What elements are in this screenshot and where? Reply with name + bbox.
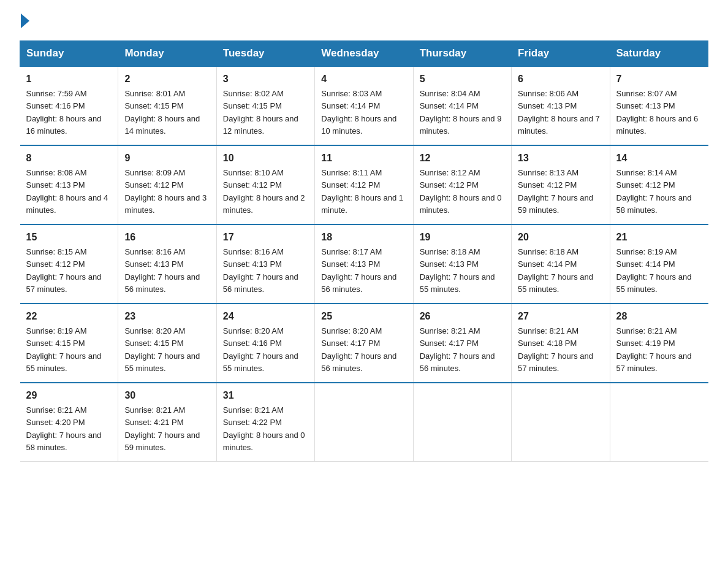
day-info: Sunrise: 8:07 AMSunset: 4:13 PMDaylight:… <box>616 89 699 136</box>
day-number: 11 <box>321 151 406 166</box>
calendar-cell <box>315 383 413 462</box>
day-number: 18 <box>321 230 406 245</box>
header-saturday: Saturday <box>610 41 708 67</box>
day-info: Sunrise: 8:21 AMSunset: 4:18 PMDaylight:… <box>518 326 593 373</box>
calendar-cell: 17 Sunrise: 8:16 AMSunset: 4:13 PMDaylig… <box>216 224 314 304</box>
calendar-cell: 24 Sunrise: 8:20 AMSunset: 4:16 PMDaylig… <box>216 304 314 383</box>
day-number: 22 <box>26 309 112 324</box>
calendar-cell: 26 Sunrise: 8:21 AMSunset: 4:17 PMDaylig… <box>413 304 511 383</box>
calendar-week-row: 22 Sunrise: 8:19 AMSunset: 4:15 PMDaylig… <box>20 304 708 383</box>
calendar-header-row: SundayMondayTuesdayWednesdayThursdayFrid… <box>20 41 708 67</box>
day-number: 23 <box>124 309 210 324</box>
calendar-cell: 7 Sunrise: 8:07 AMSunset: 4:13 PMDayligh… <box>610 66 708 145</box>
day-info: Sunrise: 8:20 AMSunset: 4:17 PMDaylight:… <box>321 326 396 373</box>
day-info: Sunrise: 8:14 AMSunset: 4:12 PMDaylight:… <box>616 168 692 215</box>
day-number: 20 <box>518 230 603 245</box>
day-number: 8 <box>26 151 112 166</box>
calendar-table: SundayMondayTuesdayWednesdayThursdayFrid… <box>20 40 708 462</box>
day-number: 25 <box>321 309 406 324</box>
day-info: Sunrise: 8:16 AMSunset: 4:13 PMDaylight:… <box>124 247 200 294</box>
calendar-cell: 18 Sunrise: 8:17 AMSunset: 4:13 PMDaylig… <box>315 224 413 304</box>
calendar-cell: 29 Sunrise: 8:21 AMSunset: 4:20 PMDaylig… <box>20 383 118 462</box>
calendar-week-row: 1 Sunrise: 7:59 AMSunset: 4:16 PMDayligh… <box>20 66 708 145</box>
calendar-cell <box>413 383 511 462</box>
day-info: Sunrise: 8:01 AMSunset: 4:15 PMDaylight:… <box>124 89 200 136</box>
header-sunday: Sunday <box>20 41 118 67</box>
calendar-cell: 31 Sunrise: 8:21 AMSunset: 4:22 PMDaylig… <box>216 383 314 462</box>
header-thursday: Thursday <box>413 41 511 67</box>
day-number: 24 <box>223 309 308 324</box>
day-info: Sunrise: 8:20 AMSunset: 4:16 PMDaylight:… <box>223 326 298 373</box>
day-number: 3 <box>223 72 308 86</box>
day-number: 21 <box>616 230 702 245</box>
calendar-cell: 16 Sunrise: 8:16 AMSunset: 4:13 PMDaylig… <box>118 224 216 304</box>
day-info: Sunrise: 8:03 AMSunset: 4:14 PMDaylight:… <box>321 89 396 136</box>
day-number: 14 <box>616 151 702 166</box>
logo <box>20 15 29 28</box>
day-number: 1 <box>26 72 112 86</box>
day-info: Sunrise: 8:04 AMSunset: 4:14 PMDaylight:… <box>420 89 502 136</box>
day-number: 4 <box>321 72 406 86</box>
day-number: 28 <box>616 309 702 324</box>
calendar-cell: 12 Sunrise: 8:12 AMSunset: 4:12 PMDaylig… <box>413 145 511 224</box>
calendar-cell: 23 Sunrise: 8:20 AMSunset: 4:15 PMDaylig… <box>118 304 216 383</box>
day-info: Sunrise: 8:21 AMSunset: 4:21 PMDaylight:… <box>124 405 200 452</box>
calendar-cell: 8 Sunrise: 8:08 AMSunset: 4:13 PMDayligh… <box>20 145 118 224</box>
day-info: Sunrise: 8:21 AMSunset: 4:22 PMDaylight:… <box>223 405 305 452</box>
calendar-cell: 22 Sunrise: 8:19 AMSunset: 4:15 PMDaylig… <box>20 304 118 383</box>
day-number: 30 <box>124 388 210 403</box>
day-info: Sunrise: 8:08 AMSunset: 4:13 PMDaylight:… <box>26 168 108 215</box>
header-wednesday: Wednesday <box>315 41 413 67</box>
day-number: 17 <box>223 230 308 245</box>
day-info: Sunrise: 8:15 AMSunset: 4:12 PMDaylight:… <box>26 247 102 294</box>
day-number: 12 <box>420 151 505 166</box>
day-number: 7 <box>616 72 702 86</box>
day-number: 5 <box>420 72 505 86</box>
calendar-cell <box>512 383 610 462</box>
calendar-cell: 14 Sunrise: 8:14 AMSunset: 4:12 PMDaylig… <box>610 145 708 224</box>
calendar-cell: 19 Sunrise: 8:18 AMSunset: 4:13 PMDaylig… <box>413 224 511 304</box>
day-number: 16 <box>124 230 210 245</box>
calendar-cell: 21 Sunrise: 8:19 AMSunset: 4:14 PMDaylig… <box>610 224 708 304</box>
calendar-cell: 27 Sunrise: 8:21 AMSunset: 4:18 PMDaylig… <box>512 304 610 383</box>
calendar-cell: 28 Sunrise: 8:21 AMSunset: 4:19 PMDaylig… <box>610 304 708 383</box>
day-info: Sunrise: 8:11 AMSunset: 4:12 PMDaylight:… <box>321 168 403 215</box>
header-tuesday: Tuesday <box>216 41 314 67</box>
day-number: 6 <box>518 72 603 86</box>
day-info: Sunrise: 8:21 AMSunset: 4:19 PMDaylight:… <box>616 326 692 373</box>
calendar-week-row: 15 Sunrise: 8:15 AMSunset: 4:12 PMDaylig… <box>20 224 708 304</box>
day-info: Sunrise: 8:12 AMSunset: 4:12 PMDaylight:… <box>420 168 502 215</box>
calendar-cell: 2 Sunrise: 8:01 AMSunset: 4:15 PMDayligh… <box>118 66 216 145</box>
calendar-cell: 3 Sunrise: 8:02 AMSunset: 4:15 PMDayligh… <box>216 66 314 145</box>
calendar-cell: 10 Sunrise: 8:10 AMSunset: 4:12 PMDaylig… <box>216 145 314 224</box>
day-number: 2 <box>124 72 210 86</box>
day-info: Sunrise: 8:19 AMSunset: 4:14 PMDaylight:… <box>616 247 692 294</box>
day-info: Sunrise: 8:21 AMSunset: 4:17 PMDaylight:… <box>420 326 495 373</box>
day-number: 13 <box>518 151 603 166</box>
day-info: Sunrise: 8:10 AMSunset: 4:12 PMDaylight:… <box>223 168 305 215</box>
day-info: Sunrise: 8:19 AMSunset: 4:15 PMDaylight:… <box>26 326 102 373</box>
day-number: 29 <box>26 388 112 403</box>
calendar-cell: 1 Sunrise: 7:59 AMSunset: 4:16 PMDayligh… <box>20 66 118 145</box>
day-info: Sunrise: 8:16 AMSunset: 4:13 PMDaylight:… <box>223 247 298 294</box>
day-number: 15 <box>26 230 112 245</box>
day-number: 26 <box>420 309 505 324</box>
day-number: 10 <box>223 151 308 166</box>
header-friday: Friday <box>512 41 610 67</box>
calendar-cell: 13 Sunrise: 8:13 AMSunset: 4:12 PMDaylig… <box>512 145 610 224</box>
header-monday: Monday <box>118 41 216 67</box>
calendar-week-row: 29 Sunrise: 8:21 AMSunset: 4:20 PMDaylig… <box>20 383 708 462</box>
day-number: 9 <box>124 151 210 166</box>
calendar-cell: 30 Sunrise: 8:21 AMSunset: 4:21 PMDaylig… <box>118 383 216 462</box>
calendar-week-row: 8 Sunrise: 8:08 AMSunset: 4:13 PMDayligh… <box>20 145 708 224</box>
calendar-cell: 6 Sunrise: 8:06 AMSunset: 4:13 PMDayligh… <box>512 66 610 145</box>
calendar-cell: 4 Sunrise: 8:03 AMSunset: 4:14 PMDayligh… <box>315 66 413 145</box>
calendar-cell: 5 Sunrise: 8:04 AMSunset: 4:14 PMDayligh… <box>413 66 511 145</box>
day-info: Sunrise: 8:06 AMSunset: 4:13 PMDaylight:… <box>518 89 600 136</box>
calendar-cell: 25 Sunrise: 8:20 AMSunset: 4:17 PMDaylig… <box>315 304 413 383</box>
day-info: Sunrise: 8:02 AMSunset: 4:15 PMDaylight:… <box>223 89 298 136</box>
calendar-cell: 9 Sunrise: 8:09 AMSunset: 4:12 PMDayligh… <box>118 145 216 224</box>
day-info: Sunrise: 8:17 AMSunset: 4:13 PMDaylight:… <box>321 247 396 294</box>
calendar-cell <box>610 383 708 462</box>
logo-arrow-icon <box>21 13 29 28</box>
